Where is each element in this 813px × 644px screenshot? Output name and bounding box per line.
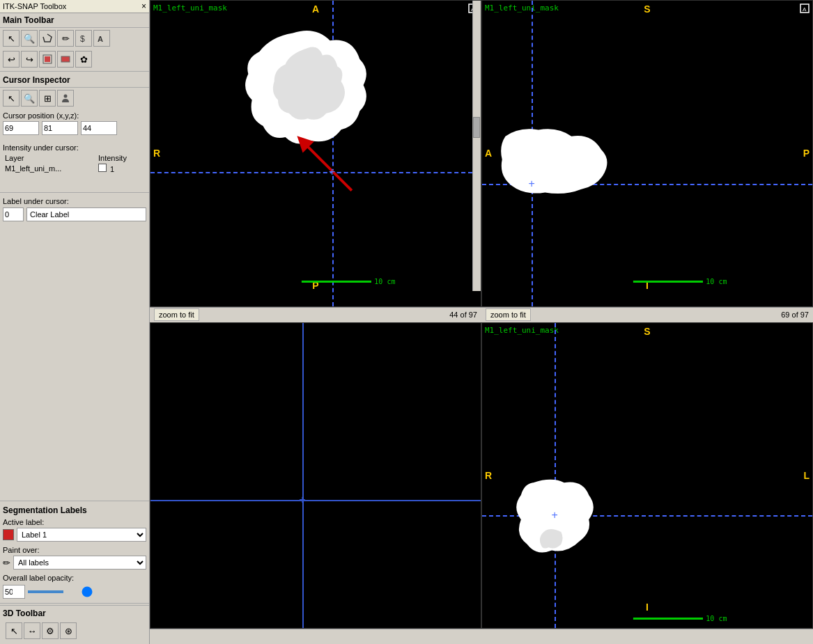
col-layer-header: Layer bbox=[3, 153, 96, 163]
main-content: M1_left_uni_mask A A R L P bbox=[150, 0, 813, 644]
coord-y-input[interactable] bbox=[42, 121, 78, 135]
redo-btn[interactable]: ↪ bbox=[21, 51, 38, 68]
paint-over-row: ✏ All labels bbox=[3, 556, 146, 570]
ci-person-btn[interactable] bbox=[57, 90, 74, 107]
toolbar-3d-header: 3D Toolbar bbox=[3, 608, 146, 620]
vp-br-scale-line bbox=[633, 618, 703, 620]
vp-tl-scale-line bbox=[302, 281, 371, 283]
bottom-right-viewport-container: M1_left_uni_mask S R L I + 10 cm bbox=[481, 322, 813, 645]
label-under-cursor-label: Label under cursor: bbox=[3, 197, 146, 205]
3d-settings-btn[interactable]: ⚙ bbox=[42, 622, 59, 639]
active-label-row: Label 1 bbox=[3, 528, 146, 542]
paintbrush-tool-btn[interactable]: ✏ bbox=[57, 30, 74, 47]
window-title: ITK-SNAP Toolbox bbox=[3, 2, 66, 10]
bottom-right-viewport[interactable]: M1_left_uni_mask S R L I + 10 cm bbox=[481, 322, 813, 629]
vp-tl-zoom-bar: zoom to fit 44 of 97 bbox=[150, 307, 481, 322]
opacity-input[interactable] bbox=[3, 585, 25, 599]
intensity-value-cell: 1 bbox=[96, 163, 146, 174]
vp-br-letter-bottom: I bbox=[646, 602, 649, 613]
3d-other-btn[interactable]: ⊛ bbox=[60, 622, 77, 639]
ci-cursor-btn[interactable]: ↖ bbox=[3, 90, 20, 107]
vp-br-brain-blob bbox=[515, 469, 607, 576]
opacity-row bbox=[3, 585, 146, 599]
cursor-position-section: Cursor position (x,y,z): bbox=[0, 109, 149, 141]
vp-tr-scale-bar: 10 cm bbox=[633, 278, 727, 285]
cursor-inspector-header: Cursor Inspector bbox=[0, 73, 149, 88]
svg-text:A: A bbox=[803, 6, 807, 13]
cursor-tool-btn[interactable]: ↖ bbox=[3, 30, 20, 47]
vp-tl-layer-name: M1_left_uni_mask bbox=[153, 3, 227, 13]
active-label-color bbox=[3, 529, 14, 540]
vp-br-crosshair-plus: + bbox=[552, 509, 558, 521]
ci-grid-btn[interactable]: ⊞ bbox=[39, 90, 56, 107]
vp-br-zoom-bar bbox=[481, 629, 813, 644]
vp-tr-letter-right: P bbox=[803, 148, 810, 159]
label-section: Label under cursor: bbox=[0, 194, 149, 224]
vp-tr-zoom-fit-btn[interactable]: zoom to fit bbox=[486, 308, 531, 321]
vp-tl-scrollbar[interactable] bbox=[472, 1, 481, 291]
vp-br-letter-right: L bbox=[803, 470, 810, 481]
vp-tr-letter-left: A bbox=[485, 148, 492, 159]
intensity-table: Layer Intensity M1_left_uni_m... 1 bbox=[3, 153, 146, 174]
intensity-label: Intensity under cursor: bbox=[3, 143, 146, 152]
vp-br-letter-top: S bbox=[644, 326, 650, 337]
top-right-viewport[interactable]: M1_left_uni_mask A S A P I + bbox=[481, 0, 813, 307]
vp-tr-brain-blob bbox=[499, 117, 631, 209]
vp-tl-zoom-fit-btn[interactable]: zoom to fit bbox=[154, 308, 199, 321]
bottom-left-viewport[interactable]: + bbox=[150, 322, 481, 629]
segmentation-labels-section: Segmentation Labels Active label: Label … bbox=[0, 503, 149, 602]
vp-tr-scale-text: 10 cm bbox=[706, 278, 727, 285]
polygon-tool-btn[interactable] bbox=[39, 30, 56, 47]
paint-over-select[interactable]: All labels bbox=[13, 556, 146, 570]
active-label-select[interactable]: Label 1 bbox=[17, 528, 146, 542]
ci-zoom-btn[interactable]: 🔍 bbox=[21, 90, 38, 107]
top-left-viewport[interactable]: M1_left_uni_mask A A R L P bbox=[150, 0, 481, 307]
close-icon[interactable]: × bbox=[141, 1, 146, 11]
top-left-viewport-container: M1_left_uni_mask A A R L P bbox=[150, 0, 481, 322]
text-tool-btn[interactable]: A bbox=[93, 30, 110, 47]
vp-br-scale-text: 10 cm bbox=[706, 615, 727, 622]
vp-tl-slice-info: 44 of 97 bbox=[449, 311, 477, 319]
label-name-input[interactable] bbox=[26, 207, 146, 221]
vp-tl-scale-text: 10 cm bbox=[374, 278, 395, 285]
main-toolbar-header: Main Toolbar bbox=[0, 13, 149, 28]
paint-over-icon: ✏ bbox=[3, 558, 10, 568]
seg-labels-title: Segmentation Labels bbox=[3, 505, 146, 515]
vp-tr-corner-icon: A bbox=[800, 3, 810, 15]
svg-text:$: $ bbox=[80, 34, 85, 43]
cursor-position-label: Cursor position (x,y,z): bbox=[3, 111, 146, 120]
3d-cursor-btn[interactable]: ↖ bbox=[6, 622, 22, 639]
vp-tr-scale-line bbox=[633, 281, 703, 283]
vp-bl-crosshair-plus: + bbox=[299, 494, 305, 506]
coord-z-input[interactable] bbox=[81, 121, 117, 135]
zoom-tool-btn[interactable]: 🔍 bbox=[21, 30, 38, 47]
snake-tool-btn[interactable]: $ bbox=[75, 30, 92, 47]
coord-row bbox=[3, 121, 146, 135]
coord-x-input[interactable] bbox=[3, 121, 39, 135]
toolbar-3d-section: 3D Toolbar ↖ ↔ ⚙ ⊛ bbox=[0, 605, 149, 644]
vp-tl-letter-top: A bbox=[312, 3, 319, 15]
svg-rect-3 bbox=[45, 56, 50, 62]
sidebar-spacer bbox=[0, 224, 149, 499]
vp-tr-zoom-bar: zoom to fit 69 of 97 bbox=[481, 307, 813, 322]
intensity-row: M1_left_uni_m... 1 bbox=[3, 163, 146, 174]
main-toolbar-row1: ↖ 🔍 ✏ $ A bbox=[0, 28, 149, 49]
vp-tl-brain-blob bbox=[233, 16, 382, 184]
viewports-grid: M1_left_uni_mask A A R L P bbox=[150, 0, 813, 644]
3d-rotate-btn[interactable]: ↔ bbox=[24, 622, 40, 639]
layers-btn[interactable] bbox=[39, 51, 56, 68]
extra-btn[interactable]: ✿ bbox=[75, 51, 92, 68]
vp-tr-layer-name: M1_left_uni_mask bbox=[485, 3, 559, 13]
vp-bl-zoom-bar bbox=[150, 629, 481, 644]
intensity-section: Intensity under cursor: Layer Intensity … bbox=[0, 141, 149, 177]
svg-text:A: A bbox=[98, 35, 103, 43]
vp-tl-scrollbar-thumb[interactable] bbox=[473, 117, 480, 138]
intensity-value: 1 bbox=[110, 165, 114, 173]
undo-btn[interactable]: ↩ bbox=[3, 51, 20, 68]
toggle-btn[interactable] bbox=[57, 51, 74, 68]
opacity-slider[interactable] bbox=[28, 590, 146, 593]
label-index-input[interactable] bbox=[3, 207, 24, 221]
top-right-viewport-container: M1_left_uni_mask A S A P I + bbox=[481, 0, 813, 322]
cursor-inspector-tools: ↖ 🔍 ⊞ bbox=[0, 88, 149, 109]
paint-over-label: Paint over: bbox=[3, 546, 146, 554]
